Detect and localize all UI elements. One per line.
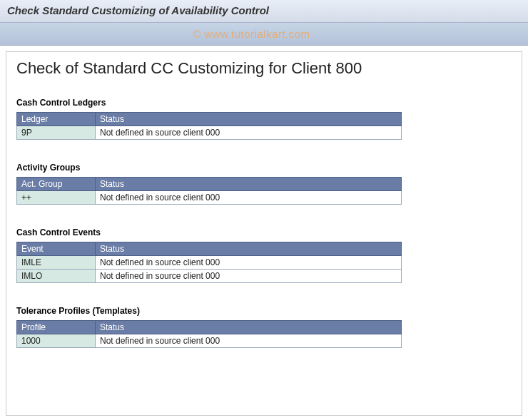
table-header-row: Event Status — [17, 242, 402, 256]
table-row: IMLO Not defined in source client 000 — [17, 270, 402, 283]
events-status-cell: Not defined in source client 000 — [96, 256, 402, 270]
tolerance-col-status: Status — [96, 321, 402, 334]
ledgers-col-status: Status — [96, 113, 402, 126]
table-row: 1000 Not defined in source client 000 — [17, 334, 402, 348]
events-col-status: Status — [96, 242, 402, 256]
section-title-ledgers: Cash Control Ledgers — [16, 98, 512, 108]
activity-status-cell: Not defined in source client 000 — [96, 191, 402, 205]
activity-col-key: Act. Group — [17, 178, 96, 191]
ledgers-key-cell: 9P — [17, 126, 96, 140]
events-status-cell: Not defined in source client 000 — [96, 270, 402, 283]
events-col-key: Event — [17, 242, 96, 256]
table-header-row: Act. Group Status — [17, 178, 402, 191]
events-table: Event Status IMLE Not defined in source … — [16, 242, 402, 283]
tolerance-col-key: Profile — [17, 321, 96, 334]
table-header-row: Profile Status — [17, 321, 402, 334]
table-row: 9P Not defined in source client 000 — [17, 126, 402, 140]
toolbar: © www.tutorialkart.com — [0, 23, 528, 46]
table-row: ++ Not defined in source client 000 — [17, 191, 402, 205]
activity-key-cell: ++ — [17, 191, 96, 205]
section-title-tolerance: Tolerance Profiles (Templates) — [16, 306, 512, 316]
section-tolerance: Tolerance Profiles (Templates) Profile S… — [16, 306, 512, 348]
activity-col-status: Status — [96, 178, 402, 191]
window-title: Check Standard Customizing of Availabili… — [0, 0, 528, 23]
section-title-events: Cash Control Events — [16, 227, 512, 237]
watermark-text: © www.tutorialkart.com — [193, 28, 310, 40]
section-ledgers: Cash Control Ledgers Ledger Status 9P No… — [16, 98, 512, 140]
tolerance-table: Profile Status 1000 Not defined in sourc… — [16, 320, 402, 348]
ledgers-col-key: Ledger — [17, 113, 96, 126]
tolerance-key-cell: 1000 — [17, 334, 96, 348]
table-header-row: Ledger Status — [17, 113, 402, 126]
content-area: Check of Standard CC Customizing for Cli… — [6, 51, 522, 416]
events-key-cell: IMLE — [17, 256, 96, 270]
section-events: Cash Control Events Event Status IMLE No… — [16, 227, 512, 283]
tolerance-status-cell: Not defined in source client 000 — [96, 334, 402, 348]
page-title: Check of Standard CC Customizing for Cli… — [16, 59, 512, 78]
ledgers-table: Ledger Status 9P Not defined in source c… — [16, 112, 402, 140]
section-title-activity-groups: Activity Groups — [16, 163, 512, 173]
events-key-cell: IMLO — [17, 270, 96, 283]
section-activity-groups: Activity Groups Act. Group Status ++ Not… — [16, 163, 512, 205]
table-row: IMLE Not defined in source client 000 — [17, 256, 402, 270]
activity-groups-table: Act. Group Status ++ Not defined in sour… — [16, 177, 402, 205]
ledgers-status-cell: Not defined in source client 000 — [96, 126, 402, 140]
